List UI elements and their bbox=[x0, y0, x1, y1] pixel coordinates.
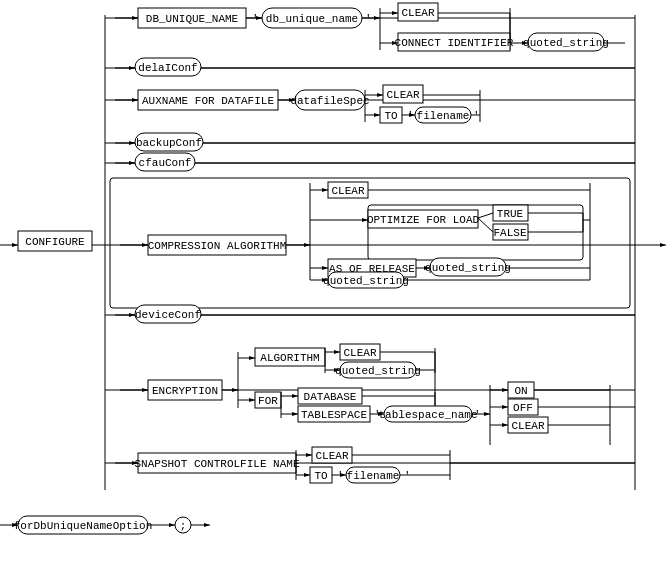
false-label: FALSE bbox=[493, 227, 526, 239]
svg-text:': ' bbox=[404, 470, 411, 482]
off-label: OFF bbox=[513, 402, 533, 414]
svg-text:': ' bbox=[474, 409, 481, 421]
clear4-label: CLEAR bbox=[343, 347, 376, 359]
algorithm-kw-label: ALGORITHM bbox=[260, 352, 319, 364]
tablespace-name-label: tablespace_name bbox=[378, 409, 477, 421]
cfauConf-label: cfauConf bbox=[139, 157, 192, 169]
db-unique-name-val-label: db_unique_name bbox=[266, 13, 358, 25]
forDbUniqueNameOption-label: forDbUniqueNameOption bbox=[14, 520, 153, 532]
database-label: DATABASE bbox=[304, 391, 357, 403]
optimize-label: OPTIMIZE FOR LOAD bbox=[367, 214, 480, 226]
quoted-string1-label: quoted_string bbox=[523, 37, 609, 49]
snapshot-label: SNAPSHOT CONTROLFILE NAME bbox=[134, 458, 299, 470]
svg-line-51 bbox=[478, 218, 493, 232]
connect-identifier-label: CONNECT IDENTIFIER bbox=[395, 37, 514, 49]
true-label: TRUE bbox=[497, 208, 524, 220]
backupConf-label: backupConf bbox=[136, 137, 202, 149]
delaIConf-label: delaIConf bbox=[138, 62, 197, 74]
filename2-label: filename bbox=[347, 470, 400, 482]
quoted-string2-label: quoted_string bbox=[425, 262, 511, 274]
auxname-label: AUXNAME FOR DATAFILE bbox=[142, 95, 274, 107]
svg-text:': ' bbox=[252, 13, 259, 25]
svg-text:': ' bbox=[365, 13, 372, 25]
deviceConf-label: deviceConf bbox=[135, 309, 201, 321]
svg-text:': ' bbox=[337, 470, 344, 482]
datafileSpec-label: datafileSpec bbox=[290, 95, 369, 107]
quoted-string3-label: quoted_string bbox=[323, 275, 409, 287]
tablespace-label: TABLESPACE bbox=[301, 409, 367, 421]
diagram-svg: CONFIGURE DB_UNIQUE_NAME ' db_unique_nam… bbox=[0, 0, 666, 562]
svg-text:': ' bbox=[473, 110, 480, 122]
semicolon-label: ; bbox=[180, 520, 187, 532]
clear5-label: CLEAR bbox=[511, 420, 544, 432]
clear6-label: CLEAR bbox=[315, 450, 348, 462]
on-label: ON bbox=[514, 385, 527, 397]
svg-text:': ' bbox=[407, 110, 414, 122]
compression-label: COMPRESSION ALGORITHM bbox=[148, 240, 287, 252]
configure-label: CONFIGURE bbox=[25, 236, 85, 248]
to1-label: TO bbox=[384, 110, 398, 122]
clear1-label: CLEAR bbox=[401, 7, 434, 19]
quoted-string4-label: quoted_string bbox=[335, 365, 421, 377]
encryption-label: ENCRYPTION bbox=[152, 385, 218, 397]
db-unique-name-kw-label: DB_UNIQUE_NAME bbox=[146, 13, 239, 25]
svg-line-50 bbox=[478, 213, 493, 218]
clear2-label: CLEAR bbox=[386, 89, 419, 101]
to2-label: TO bbox=[314, 470, 328, 482]
for-label: FOR bbox=[258, 395, 278, 407]
clear3-label: CLEAR bbox=[331, 185, 364, 197]
filename1-label: filename bbox=[417, 110, 470, 122]
